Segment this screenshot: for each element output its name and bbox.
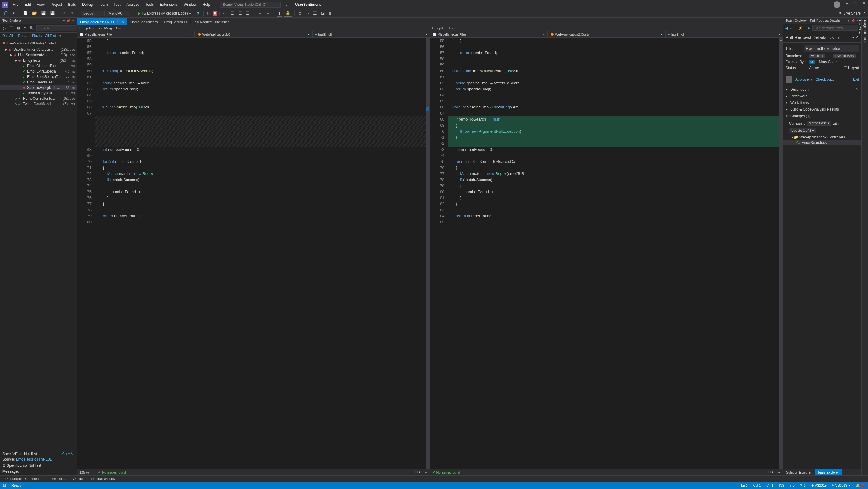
- ins-status[interactable]: INS: [779, 484, 784, 488]
- file-tree-file[interactable]: C#EmojiSearch.cs: [783, 140, 861, 145]
- ln-status[interactable]: Ln 1: [741, 484, 747, 488]
- search-input[interactable]: Search Visual Studio (Ctrl+Q): [220, 1, 281, 7]
- nav-left-icon[interactable]: ←: [256, 10, 264, 16]
- test-row[interactable]: ✔EmojiFaceSearchTest77 ms: [0, 74, 77, 80]
- nav-class-left[interactable]: 🔶WebApplication2.C▾: [195, 31, 313, 37]
- test-row[interactable]: ▶⊗EmojiTests(6)244 ms: [0, 58, 77, 63]
- menu-view[interactable]: View: [34, 1, 48, 8]
- editor-tab[interactable]: HomeController.cs: [127, 19, 161, 25]
- pr-section[interactable]: ▸Build & Code Analysis Results: [783, 106, 861, 113]
- close-icon[interactable]: ✕: [72, 19, 74, 22]
- highlight-icon-1[interactable]: ▮: [277, 10, 282, 17]
- flag-icon[interactable]: ◪: [319, 10, 326, 16]
- file-tree-folder[interactable]: ▾📁WebApplication2\Controllers: [783, 135, 861, 140]
- platform-combo[interactable]: Any CPU: [106, 10, 130, 16]
- add-pane-icon[interactable]: ＋: [779, 38, 783, 42]
- scrollbar[interactable]: [426, 38, 430, 469]
- pr-section[interactable]: ▸Reviewers: [783, 93, 861, 99]
- feedback-icon[interactable]: 🗨: [284, 2, 288, 7]
- branch-target[interactable]: VS2019: [809, 54, 825, 58]
- compare-update-combo[interactable]: Update 1 of 1 ▾: [789, 128, 816, 133]
- nav-fwd-icon[interactable]: ▾: [11, 10, 16, 16]
- bottom-tab[interactable]: Terminal Window: [87, 476, 118, 481]
- approve-button[interactable]: Approve |▾: [795, 77, 812, 82]
- nav-project-right[interactable]: 📄Miscellaneous Files▾: [430, 31, 548, 37]
- diff-marker-icon[interactable]: [427, 107, 430, 111]
- zoom-level[interactable]: 125 %: [80, 470, 95, 474]
- menu-analyze[interactable]: Analyze: [124, 1, 143, 8]
- menu-edit[interactable]: Edit: [22, 1, 34, 8]
- live-share-button[interactable]: Live Share: [843, 11, 861, 16]
- step-icon-2[interactable]: ■: [213, 10, 217, 16]
- test-row[interactable]: ▷✔HomeControllerTe...(6)1 sec: [0, 96, 77, 101]
- editor-tab[interactable]: Pull Request Discussion: [191, 19, 233, 25]
- test-search-input[interactable]: [36, 25, 82, 31]
- ch-status[interactable]: Ch 1: [766, 484, 773, 488]
- test-row[interactable]: ▷✔TwitterDataModel...(6)1 ms: [0, 101, 77, 107]
- changes-edit[interactable]: ✎ 0: [800, 484, 806, 488]
- test-row[interactable]: ✔TearsOfJoyTest10 ms: [0, 90, 77, 96]
- menu-extensions[interactable]: Extensions: [157, 1, 181, 8]
- menu-tools[interactable]: Tools: [142, 1, 157, 8]
- run-all-link[interactable]: Run All: [2, 34, 13, 37]
- back-icon[interactable]: ◀: [785, 26, 788, 30]
- step-icon-1[interactable]: ⎘: [206, 10, 211, 16]
- scrollbar[interactable]: [779, 38, 783, 469]
- pr-section[interactable]: ▸Description↻: [783, 86, 861, 93]
- test-row[interactable]: ✔EmojiClothingTest1 ms: [0, 63, 77, 68]
- diff-right-pane[interactable]: 5556575859606162636465666768697071727374…: [430, 38, 783, 469]
- diff-left-pane[interactable]: 5556575859606162636465666768697071727374…: [77, 38, 430, 469]
- bookmark-icon[interactable]: ☰: [312, 10, 318, 16]
- branch-source[interactable]: FixNullCheck: [833, 54, 856, 58]
- open-icon[interactable]: 📂: [31, 10, 38, 16]
- new-icon[interactable]: 📄: [22, 10, 29, 16]
- share-icon[interactable]: ↗: [863, 11, 866, 16]
- toolbar-icon[interactable]: ☰: [237, 10, 243, 16]
- team-explorer-tab[interactable]: Team Explorer: [814, 469, 842, 476]
- pin-icon[interactable]: 📍: [116, 20, 120, 24]
- refresh-icon[interactable]: ↻: [807, 26, 811, 30]
- scroll-icon[interactable]: ↔: [777, 470, 780, 474]
- save-all-icon[interactable]: 💾: [49, 10, 57, 16]
- nav-member-left[interactable]: ●hasEmoji▾: [312, 31, 430, 37]
- menu-window[interactable]: Window: [181, 1, 199, 8]
- pin-icon[interactable]: 📌: [851, 19, 855, 22]
- settings-icon[interactable]: 🔍: [28, 25, 35, 31]
- bottom-tab[interactable]: Output: [70, 476, 86, 481]
- toolbar-icon[interactable]: ☰: [229, 10, 236, 16]
- editor-tab[interactable]: EmojiSearch.cs: PR 11📍✕: [77, 19, 127, 25]
- pin-icon[interactable]: 📌: [66, 19, 70, 22]
- nav-class-right[interactable]: 🔶WebApplication2.Contr▾: [548, 31, 665, 37]
- test-row[interactable]: ▶⊗UserSentimentAnalysis...(18)1 sec: [0, 47, 77, 52]
- menu-help[interactable]: Help: [199, 1, 213, 8]
- menu-build[interactable]: Build: [65, 1, 79, 8]
- refresh-icon[interactable]: ↻: [194, 10, 201, 16]
- notifications-icon[interactable]: 🔔2: [856, 484, 865, 488]
- compare-base-combo[interactable]: Merge Base ▾: [807, 121, 832, 126]
- window-icon[interactable]: ▭: [304, 10, 310, 16]
- git-icon[interactable]: ⎌: [297, 10, 303, 16]
- close-icon[interactable]: ✕: [121, 20, 124, 24]
- toolbar-icon[interactable]: ☰: [245, 10, 251, 16]
- checkout-link[interactable]: Check out...: [815, 77, 835, 82]
- pr-title-input[interactable]: [804, 45, 859, 52]
- filter-icon[interactable]: ⊞: [16, 25, 21, 31]
- playlist-link[interactable]: Playlist : All Tests: [32, 34, 57, 37]
- nav-back-icon[interactable]: ◯: [2, 10, 10, 16]
- menu-debug[interactable]: Debug: [79, 1, 96, 8]
- menu-team[interactable]: Team: [96, 1, 111, 8]
- config-combo[interactable]: Debug: [81, 10, 105, 16]
- live-share-icon[interactable]: ⇱: [839, 11, 842, 16]
- close-icon[interactable]: ✕: [863, 1, 866, 8]
- dropdown-icon[interactable]: ▾: [848, 19, 849, 22]
- forward-icon[interactable]: ▸: [790, 26, 792, 30]
- test-row[interactable]: ▶⊗UserSentimentAnal...(18)1 sec: [0, 52, 77, 58]
- maximize-icon[interactable]: ▢: [854, 1, 857, 8]
- work-items-search[interactable]: [812, 25, 858, 31]
- dropdown-icon[interactable]: ▾: [63, 19, 65, 22]
- scroll-icon[interactable]: ↔: [424, 470, 428, 474]
- bottom-tab[interactable]: Pull Request Comments: [2, 476, 44, 481]
- redo-icon[interactable]: ↷: [69, 10, 75, 16]
- nav-member-right[interactable]: ●hasEmoji▾: [665, 31, 783, 37]
- dropdown-icon[interactable]: ▾: [852, 36, 854, 39]
